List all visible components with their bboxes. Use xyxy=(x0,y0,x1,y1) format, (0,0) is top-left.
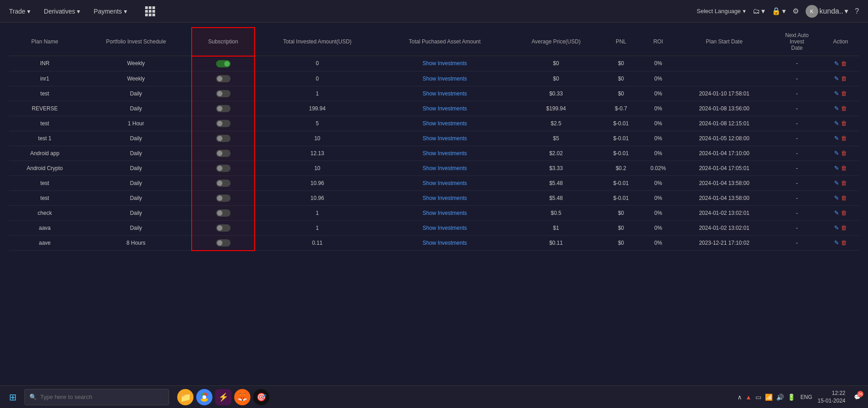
language-selector[interactable]: Select Language ▾ xyxy=(697,8,746,14)
subscription-toggle[interactable] xyxy=(216,105,231,112)
subscription-toggle[interactable] xyxy=(216,180,231,187)
cell-total-purchased[interactable]: Show Investments xyxy=(380,86,510,101)
edit-icon[interactable]: ✎ xyxy=(834,90,839,97)
cell-total-purchased[interactable]: Show Investments xyxy=(380,205,510,220)
cell-subscription[interactable] xyxy=(192,220,254,235)
file-explorer-app[interactable]: 📁 xyxy=(177,389,193,405)
show-investments-link[interactable]: Show Investments xyxy=(423,135,467,142)
tray-wifi-icon[interactable]: 📶 xyxy=(765,394,773,401)
cell-subscription[interactable] xyxy=(192,56,254,71)
cell-subscription[interactable] xyxy=(192,71,254,86)
tray-battery-icon[interactable]: 🔋 xyxy=(788,394,795,401)
edit-icon[interactable]: ✎ xyxy=(834,150,839,157)
user-menu[interactable]: K kunda.. ▾ xyxy=(806,5,848,18)
subscription-toggle[interactable] xyxy=(216,224,231,232)
subscription-toggle[interactable] xyxy=(216,209,231,217)
derivatives-menu[interactable]: Derivatives ▾ xyxy=(44,8,80,15)
edit-icon[interactable]: ✎ xyxy=(834,75,839,82)
trade-menu[interactable]: Trade ▾ xyxy=(9,8,30,15)
cell-subscription[interactable] xyxy=(192,205,254,220)
show-investments-link[interactable]: Show Investments xyxy=(423,105,467,112)
show-investments-link[interactable]: Show Investments xyxy=(423,120,467,127)
edit-icon[interactable]: ✎ xyxy=(834,224,839,231)
cell-total-purchased[interactable]: Show Investments xyxy=(380,176,510,190)
cell-subscription[interactable] xyxy=(192,190,254,205)
tray-display-icon[interactable]: ▭ xyxy=(755,394,761,401)
cell-subscription[interactable] xyxy=(192,101,254,116)
search-input[interactable] xyxy=(40,394,158,400)
delete-icon[interactable]: 🗑 xyxy=(841,150,847,157)
cell-total-purchased[interactable]: Show Investments xyxy=(380,71,510,86)
cell-total-purchased[interactable]: Show Investments xyxy=(380,190,510,205)
cell-total-purchased[interactable]: Show Investments xyxy=(380,56,510,71)
subscription-toggle[interactable] xyxy=(216,135,231,142)
subscription-toggle[interactable] xyxy=(216,239,231,247)
delete-icon[interactable]: 🗑 xyxy=(841,75,847,82)
cell-subscription[interactable] xyxy=(192,146,254,161)
delete-icon[interactable]: 🗑 xyxy=(841,105,847,112)
tray-expand-icon[interactable]: ∧ xyxy=(737,394,742,401)
cell-total-purchased[interactable]: Show Investments xyxy=(380,116,510,131)
start-button[interactable]: ⊞ xyxy=(5,389,21,405)
delete-icon[interactable]: 🗑 xyxy=(841,135,847,142)
subscription-toggle[interactable] xyxy=(216,75,231,82)
subscription-toggle[interactable] xyxy=(216,120,231,127)
cell-total-purchased[interactable]: Show Investments xyxy=(380,220,510,235)
tray-volume-icon[interactable]: 🔊 xyxy=(776,394,784,401)
edit-icon[interactable]: ✎ xyxy=(834,209,839,216)
cell-subscription[interactable] xyxy=(192,161,254,176)
cell-total-purchased[interactable]: Show Investments xyxy=(380,146,510,161)
cell-total-purchased[interactable]: Show Investments xyxy=(380,161,510,176)
notification-button[interactable]: 💬 26 xyxy=(851,391,863,403)
delete-icon[interactable]: 🗑 xyxy=(841,165,847,171)
help-icon[interactable]: ? xyxy=(855,7,859,15)
subscription-toggle[interactable] xyxy=(216,165,231,172)
cell-subscription[interactable] xyxy=(192,131,254,146)
edit-icon[interactable]: ✎ xyxy=(834,120,839,127)
cell-total-purchased[interactable]: Show Investments xyxy=(380,101,510,116)
delete-icon[interactable]: 🗑 xyxy=(841,180,847,186)
delete-icon[interactable]: 🗑 xyxy=(841,209,847,216)
cell-subscription[interactable] xyxy=(192,86,254,101)
show-investments-link[interactable]: Show Investments xyxy=(423,210,467,216)
settings-icon[interactable]: ⚙ xyxy=(793,7,799,15)
show-investments-link[interactable]: Show Investments xyxy=(423,195,467,201)
cell-subscription[interactable] xyxy=(192,235,254,251)
grid-menu-icon[interactable] xyxy=(145,6,155,16)
firefox-app[interactable]: 🦊 xyxy=(234,389,250,405)
show-investments-link[interactable]: Show Investments xyxy=(423,165,467,171)
cell-subscription[interactable] xyxy=(192,176,254,190)
edit-icon[interactable]: ✎ xyxy=(834,165,839,171)
subscription-toggle[interactable] xyxy=(216,90,231,97)
subscription-toggle[interactable] xyxy=(216,195,231,202)
edit-icon[interactable]: ✎ xyxy=(834,135,839,142)
payments-menu[interactable]: Payments ▾ xyxy=(94,8,127,15)
show-investments-link[interactable]: Show Investments xyxy=(423,225,467,231)
subscription-toggle[interactable] xyxy=(216,60,231,67)
lock-icon[interactable]: 🔒 ▾ xyxy=(772,7,786,15)
delete-icon[interactable]: 🗑 xyxy=(841,120,847,127)
show-investments-link[interactable]: Show Investments xyxy=(423,150,467,157)
edit-icon[interactable]: ✎ xyxy=(834,105,839,112)
show-investments-link[interactable]: Show Investments xyxy=(423,180,467,186)
edit-icon[interactable]: ✎ xyxy=(834,195,839,201)
show-investments-link[interactable]: Show Investments xyxy=(423,90,467,97)
subscription-toggle[interactable] xyxy=(216,150,231,157)
edit-icon[interactable]: ✎ xyxy=(834,180,839,186)
chrome-app[interactable] xyxy=(196,389,212,405)
delete-icon[interactable]: 🗑 xyxy=(841,224,847,231)
custom-app[interactable]: 🎯 xyxy=(253,389,269,405)
delete-icon[interactable]: 🗑 xyxy=(841,90,847,97)
cell-total-purchased[interactable]: Show Investments xyxy=(380,235,510,251)
taskbar-search[interactable]: 🔍 xyxy=(24,389,169,405)
edit-icon[interactable]: ✎ xyxy=(834,60,839,67)
delete-icon[interactable]: 🗑 xyxy=(841,195,847,201)
tray-virus-icon[interactable]: ▲ xyxy=(745,394,752,401)
delete-icon[interactable]: 🗑 xyxy=(841,60,847,67)
show-investments-link[interactable]: Show Investments xyxy=(423,76,467,82)
slack-app[interactable]: ⚡ xyxy=(215,389,231,405)
delete-icon[interactable]: 🗑 xyxy=(841,239,847,246)
cell-total-purchased[interactable]: Show Investments xyxy=(380,131,510,146)
show-investments-link[interactable]: Show Investments xyxy=(423,60,467,66)
edit-icon[interactable]: ✎ xyxy=(834,239,839,246)
